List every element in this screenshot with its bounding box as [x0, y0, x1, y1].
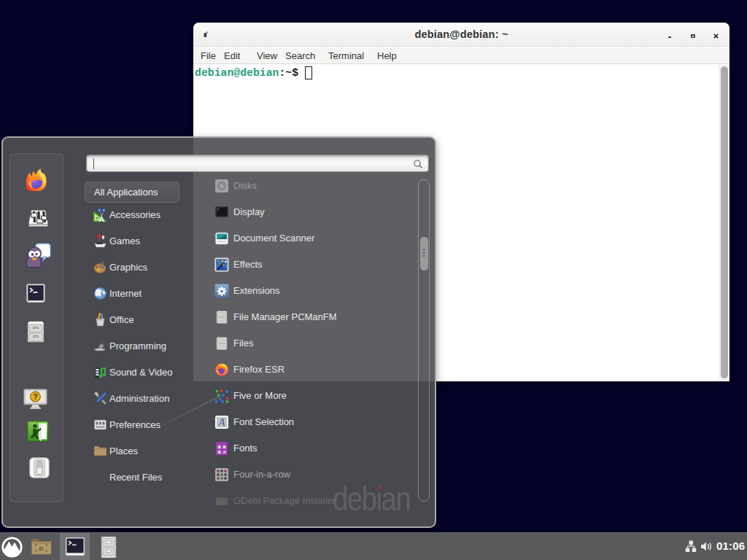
svg-text:D: D — [39, 545, 44, 552]
svg-text:?: ? — [33, 393, 37, 401]
svg-text:a: a — [222, 448, 225, 455]
svg-text:A: A — [218, 417, 225, 428]
